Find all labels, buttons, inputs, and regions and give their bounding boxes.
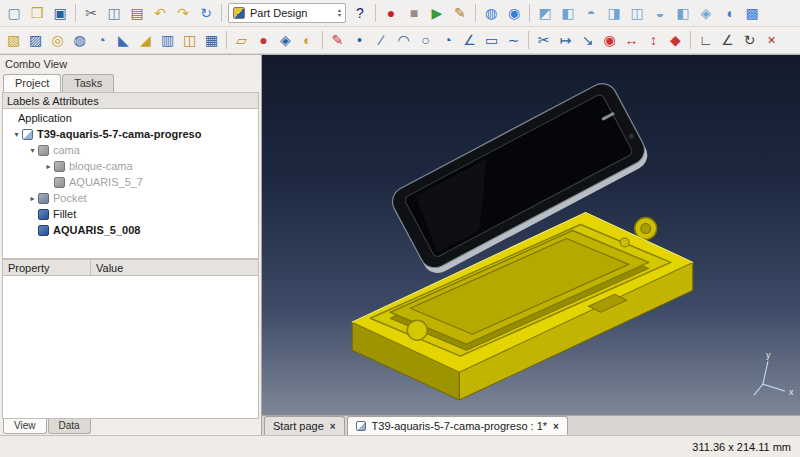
linear-pattern-icon[interactable]: ▦ (201, 29, 222, 51)
measure-linear-icon[interactable]: ∟ (695, 29, 716, 51)
view-isometric-icon[interactable]: ◈ (695, 2, 717, 24)
toolbar-separator (690, 31, 691, 49)
tab-project[interactable]: Project (3, 74, 61, 92)
fit-all-icon[interactable]: ◉ (503, 2, 525, 24)
groove-icon[interactable]: ◍ (69, 29, 90, 51)
tree-expander-icon[interactable]: ▸ (43, 162, 54, 171)
model-tree: Application ▾ T39-aquaris-5-7-cama-progr… (2, 109, 259, 259)
view-axonometric-icon[interactable]: ◩ (534, 2, 556, 24)
draw-style-icon[interactable]: ◖ (718, 2, 740, 24)
tree-item-fillet[interactable]: Fillet (3, 206, 258, 222)
measure-clear-icon[interactable]: × (761, 29, 782, 51)
macro-record-icon[interactable]: ● (380, 2, 402, 24)
chamfer-icon[interactable]: ◣ (113, 29, 134, 51)
tree-item-icon (38, 209, 49, 220)
constraint-lock-icon[interactable]: ◆ (665, 29, 686, 51)
tab-view[interactable]: View (3, 419, 47, 434)
constraint-coincident-icon[interactable]: ◉ (599, 29, 620, 51)
tree-item-bloque-cama[interactable]: ▸ bloque-cama (3, 158, 258, 174)
view-right-icon[interactable]: ◨ (603, 2, 625, 24)
tree-item-pocket[interactable]: ▸ Pocket (3, 190, 258, 206)
tree-item-application[interactable]: Application (3, 110, 258, 126)
whats-this-icon[interactable]: ? (349, 2, 371, 24)
doc-tab-document[interactable]: T39-aquaris-5-7-cama-progreso : 1* × (347, 416, 568, 435)
tree-item-aquaris-5-008[interactable]: AQUARIS_5_008 (3, 222, 258, 238)
tree-item-document[interactable]: ▾ T39-aquaris-5-7-cama-progreso (3, 126, 258, 142)
fillet-icon[interactable]: ◔ (91, 29, 112, 51)
shape-binder-icon[interactable]: ◈ (275, 29, 296, 51)
view-left-icon[interactable]: ◧ (672, 2, 694, 24)
arc-icon[interactable]: ◠ (393, 29, 414, 51)
close-tab-icon[interactable]: × (330, 421, 336, 432)
redo-icon[interactable]: ↷ (172, 2, 194, 24)
tree-expander-icon[interactable]: ▸ (27, 194, 38, 203)
tree-expander-icon[interactable]: ▾ (27, 146, 38, 155)
measure-toolbar: ∟∠↻× (695, 29, 782, 51)
extend-icon[interactable]: ↦ (555, 29, 576, 51)
labels-attributes-header: Labels & Attributes (2, 92, 259, 109)
value-column-header[interactable]: Value (91, 260, 258, 275)
line-icon[interactable]: ∕ (371, 29, 392, 51)
datum-point-icon[interactable]: ● (253, 29, 274, 51)
tree-item-cama[interactable]: ▾ cama (3, 142, 258, 158)
close-tab-icon[interactable]: × (553, 421, 559, 432)
freecad-window: ▢❒▣ ✂◫▤ ↶↷↻ Part Design ▴ ▾ ? ●■▶✎ ◍◉ (0, 0, 800, 457)
toolbar-row-2: ▧▨◎◍◔◣◢▥◫▦ ▱●◈◐ ✎•∕◠○◔∠▭∼ ✂↦↘◉↔↕◆ ∟∠↻× (0, 27, 800, 54)
trim-icon[interactable]: ✂ (533, 29, 554, 51)
workbench-icon (233, 7, 245, 19)
datum-plane-icon[interactable]: ▱ (231, 29, 252, 51)
save-icon[interactable]: ▣ (49, 2, 71, 24)
revolution-icon[interactable]: ◎ (47, 29, 68, 51)
tree-item-aquaris-5-7[interactable]: AQUARIS_5_7 (3, 174, 258, 190)
circle-icon[interactable]: ○ (415, 29, 436, 51)
3d-viewport[interactable]: x y (262, 55, 800, 415)
new-sketch-icon[interactable]: ✎ (327, 29, 348, 51)
toolbar-separator (75, 4, 76, 22)
standard-views-toolbar: ◩◧◓◨◫◒◧◈◖▩ (534, 2, 763, 24)
paste-icon[interactable]: ▤ (126, 2, 148, 24)
constraint-vertical-icon[interactable]: ↕ (643, 29, 664, 51)
measure-refresh-icon[interactable]: ↻ (739, 29, 760, 51)
rectangle-icon[interactable]: ▭ (481, 29, 502, 51)
copy-icon[interactable]: ◫ (103, 2, 125, 24)
view-top-icon[interactable]: ◓ (580, 2, 602, 24)
workbench-selector[interactable]: Part Design ▴ ▾ (228, 3, 346, 23)
property-column-header[interactable]: Property (3, 260, 91, 275)
doc-tab-start-page[interactable]: Start page × (264, 416, 345, 435)
macro-stop-icon[interactable]: ■ (403, 2, 425, 24)
new-document-icon[interactable]: ▢ (3, 2, 25, 24)
thickness-icon[interactable]: ▥ (157, 29, 178, 51)
mold-block-model[interactable] (352, 213, 693, 400)
polyline-icon[interactable]: ∠ (459, 29, 480, 51)
macro-edit-icon[interactable]: ✎ (449, 2, 471, 24)
measure-angular-icon[interactable]: ∠ (717, 29, 738, 51)
undo-toolbar: ↶↷↻ (149, 2, 217, 24)
undo-icon[interactable]: ↶ (149, 2, 171, 24)
cut-icon[interactable]: ✂ (80, 2, 102, 24)
constraint-horizontal-icon[interactable]: ↔ (621, 29, 642, 51)
refresh-icon[interactable]: ↻ (195, 2, 217, 24)
boolean-operation-icon[interactable]: ◐ (297, 29, 318, 51)
pocket-icon[interactable]: ▨ (25, 29, 46, 51)
bspline-icon[interactable]: ∼ (503, 29, 524, 51)
property-table-body[interactable] (2, 276, 259, 419)
open-document-icon[interactable]: ❒ (26, 2, 48, 24)
tree-expander-icon[interactable]: ▾ (11, 130, 22, 139)
view-bottom-icon[interactable]: ◒ (649, 2, 671, 24)
tab-data[interactable]: Data (48, 419, 91, 434)
texture-view-icon[interactable]: ▩ (741, 2, 763, 24)
view-rear-icon[interactable]: ◫ (626, 2, 648, 24)
macro-play-icon[interactable]: ▶ (426, 2, 448, 24)
external-geometry-icon[interactable]: ↘ (577, 29, 598, 51)
mirrored-icon[interactable]: ◫ (179, 29, 200, 51)
view-front-icon[interactable]: ◧ (557, 2, 579, 24)
pad-icon[interactable]: ▧ (3, 29, 24, 51)
tab-tasks[interactable]: Tasks (62, 74, 114, 92)
ellipse-icon[interactable]: ◔ (437, 29, 458, 51)
navigation-sphere-icon[interactable]: ◍ (480, 2, 502, 24)
sketcher-geometry-toolbar: ✎•∕◠○◔∠▭∼ (327, 29, 524, 51)
toolbar-row-1: ▢❒▣ ✂◫▤ ↶↷↻ Part Design ▴ ▾ ? ●■▶✎ ◍◉ (0, 0, 800, 27)
combo-spinner-icon[interactable]: ▴ ▾ (338, 8, 341, 18)
draft-icon[interactable]: ◢ (135, 29, 156, 51)
point-icon[interactable]: • (349, 29, 370, 51)
